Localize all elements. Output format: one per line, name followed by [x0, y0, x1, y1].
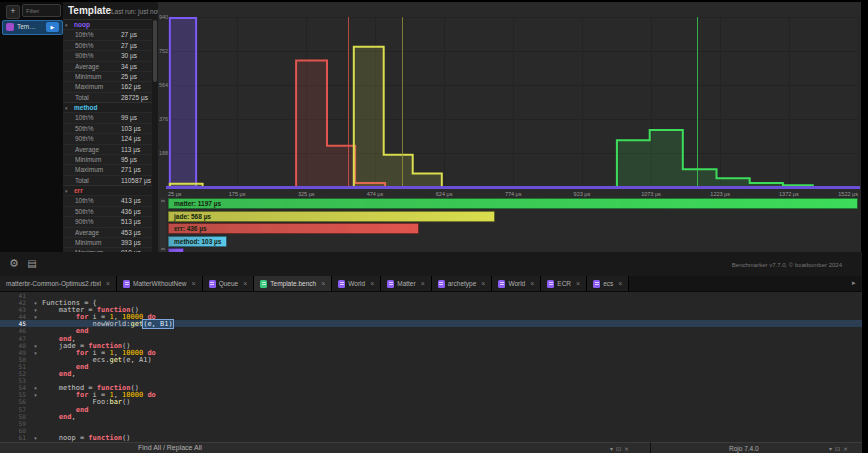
marker-line [348, 17, 349, 187]
code-line-59[interactable]: 59 [0, 420, 862, 427]
histogram-noop [170, 18, 196, 187]
x-gridline [858, 17, 859, 187]
tab-world[interactable]: World× [332, 276, 381, 291]
stats-row: 50th%103 µs [63, 123, 152, 133]
marker-line [697, 17, 698, 187]
stats-scrollbar-thumb[interactable] [153, 20, 157, 82]
close-icon[interactable]: × [481, 280, 485, 287]
code-line-46[interactable]: 46 end [0, 327, 862, 334]
tab-matter[interactable]: Matter× [381, 276, 432, 291]
gear-icon[interactable]: ⚙ [7, 257, 21, 271]
line-number: 47 [0, 335, 29, 342]
rojo-bar[interactable]: Rojo 7.4.0 ▾⊡× [650, 442, 862, 453]
close-icon[interactable]: × [321, 280, 325, 287]
tab-matterbr-common-optimus2-rbxl[interactable]: matterbr-Common-Optimus2.rbxl× [0, 276, 117, 291]
find-bar-window-icons[interactable]: ▾⊡× [610, 445, 632, 452]
x-tick-label: 774 µs [505, 191, 522, 197]
tab-ecr[interactable]: ECR× [541, 276, 587, 291]
stats-row: Total110587 µs [63, 175, 152, 185]
code-line-52[interactable]: 52 end, [0, 370, 862, 377]
code-line-42[interactable]: 42▾Functions = { [0, 299, 862, 306]
stats-section-header-err[interactable]: ▾err [63, 185, 152, 195]
code-line-53[interactable]: 53 [0, 377, 862, 384]
stats-panel: ▾noop10th%27 µs50th%27 µs90th%30 µsAvera… [63, 19, 152, 258]
code-line-41[interactable]: 41 [0, 292, 862, 299]
line-number: 44 [0, 313, 29, 320]
stats-row: Average453 µs [63, 227, 152, 237]
script-icon [438, 280, 445, 288]
rojo-label: Rojo 7.4.0 [729, 445, 759, 452]
code-editor[interactable]: 4142▾Functions = {43▾ matter = function(… [0, 292, 862, 442]
tab-label: matterbr-Common-Optimus2.rbxl [6, 280, 101, 287]
x-tick-label: 923 µs [574, 191, 591, 197]
tab-label: ecs [603, 280, 613, 287]
benchmark-sidebar: + Tem… ▶ [0, 2, 63, 252]
close-icon[interactable]: × [421, 280, 425, 287]
code-line-45[interactable]: 45 newWorld:get(e, B1) [0, 320, 862, 327]
version-text: Benchmarker v7.7.0, © boatbomber 2024 [732, 262, 842, 268]
close-icon[interactable]: × [618, 280, 622, 287]
find-replace-bar[interactable]: Find All / Replace All ▾⊡× [0, 442, 650, 453]
code-line-55[interactable]: 55▾ for i = 1, 10000 do [0, 391, 862, 398]
add-benchmark-button[interactable]: + [6, 5, 20, 19]
legend-scrollbar[interactable] [160, 198, 166, 252]
script-icon [593, 280, 600, 288]
close-icon[interactable]: × [370, 280, 374, 287]
x-tick-label: 175 µs [229, 191, 246, 197]
token: noop = [42, 434, 88, 442]
tab-world[interactable]: World× [492, 276, 541, 291]
x-tick-label: 1372 µs [779, 191, 799, 197]
tab-matterwithoutnew[interactable]: MatterWithoutNew× [117, 276, 203, 291]
marker-line [402, 17, 403, 187]
code-line-47[interactable]: 47 end, [0, 335, 862, 342]
x-tick-label: 1223 µs [710, 191, 730, 197]
close-icon[interactable]: × [106, 280, 110, 287]
code-line-50[interactable]: 50 ecs.get(e, A1) [0, 356, 862, 363]
tab-label: ECR [557, 280, 571, 287]
line-number: 58 [0, 413, 29, 420]
close-icon[interactable]: × [576, 280, 580, 287]
legend-scroll-handle-top[interactable] [161, 200, 165, 202]
code-line-51[interactable]: 51 end [0, 363, 862, 370]
tab-ecs[interactable]: ecs× [587, 276, 629, 291]
tab-archetype[interactable]: archetype× [432, 276, 493, 291]
tab-scroll-right-icon[interactable]: ▸ [852, 279, 856, 287]
stats-row: 10th%27 µs [63, 29, 152, 39]
fold-arrow-icon[interactable]: ▾ [29, 435, 42, 442]
stats-row: 10th%413 µs [63, 195, 152, 205]
run-benchmark-button[interactable]: ▶ [46, 22, 59, 32]
code-line-58[interactable]: 58 end, [0, 413, 862, 420]
stats-section-header-noop[interactable]: ▾noop [63, 19, 152, 29]
code-line-56[interactable]: 56 Foo:bar() [0, 398, 862, 405]
benchmark-list-item[interactable]: Tem… ▶ [2, 20, 63, 35]
line-number: 49 [0, 349, 29, 356]
close-icon[interactable]: × [530, 280, 534, 287]
stats-row: Minimum393 µs [63, 237, 152, 247]
code-line-43[interactable]: 43▾ matter = function() [0, 306, 862, 313]
stats-row: 50th%27 µs [63, 40, 152, 50]
find-replace-label: Find All / Replace All [138, 444, 202, 451]
code-line-61[interactable]: 61▾ noop = function() [0, 434, 862, 441]
code-line-49[interactable]: 49▾ for i = 1, 10000 do [0, 349, 862, 356]
code-line-60[interactable]: 60 [0, 427, 862, 434]
legend-bar-label: matter: 1197 µs [174, 200, 221, 207]
plugins-icon[interactable]: ▤ [25, 257, 39, 271]
close-icon[interactable]: × [192, 280, 196, 287]
x-tick-label: 1522 µs [838, 191, 858, 197]
stats-section-header-method[interactable]: ▾method [63, 102, 152, 112]
rojo-bar-window-icons[interactable]: ▾⊡× [829, 445, 851, 452]
script-icon [338, 280, 345, 288]
code-line-57[interactable]: 57 end [0, 406, 862, 413]
benchmark-file-icon [6, 23, 14, 31]
filter-input[interactable] [22, 4, 61, 17]
code-line-54[interactable]: 54▾ method = function() [0, 384, 862, 391]
tab-queue[interactable]: Queue× [203, 276, 255, 291]
script-tab-bar: matterbr-Common-Optimus2.rbxl×MatterWith… [0, 276, 862, 292]
page-title: Template [68, 5, 111, 16]
tab-template-bench[interactable]: Template.bench× [254, 276, 332, 291]
legend-bar-err: err: 436 µs [168, 223, 419, 234]
code-line-48[interactable]: 48▾ jade = function() [0, 342, 862, 349]
histogram-svg [168, 17, 858, 187]
legend-scroll-handle-bottom[interactable] [161, 248, 165, 250]
close-icon[interactable]: × [243, 280, 247, 287]
